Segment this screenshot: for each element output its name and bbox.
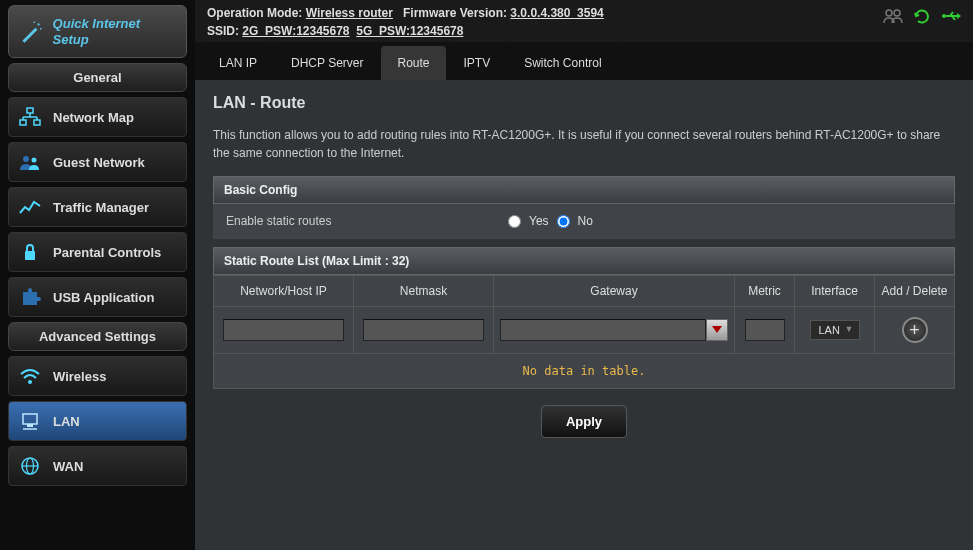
op-mode-value[interactable]: Wireless router <box>306 6 393 20</box>
apply-button[interactable]: Apply <box>541 405 627 438</box>
tab-lan-ip[interactable]: LAN IP <box>203 46 273 80</box>
wand-icon <box>17 18 45 46</box>
traffic-manager-icon <box>17 196 43 218</box>
topbar: Operation Mode: Wireless router Firmware… <box>195 0 973 42</box>
sidebar-label: Network Map <box>53 110 134 125</box>
quick-internet-setup[interactable]: Quick Internet Setup <box>8 5 187 58</box>
svg-point-21 <box>894 10 900 16</box>
no-label: No <box>578 214 593 228</box>
svg-point-2 <box>40 27 42 29</box>
enable-static-routes-label: Enable static routes <box>226 214 506 228</box>
sidebar-label: USB Application <box>53 290 154 305</box>
yes-label: Yes <box>529 214 549 228</box>
empty-table-message: No data in table. <box>213 354 955 389</box>
chevron-down-icon <box>712 326 722 334</box>
svg-point-13 <box>28 380 32 384</box>
sidebar-item-wireless[interactable]: Wireless <box>8 356 187 396</box>
tab-switch-control[interactable]: Switch Control <box>508 46 617 80</box>
wifi-icon <box>17 365 43 387</box>
sidebar-item-network-map[interactable]: Network Map <box>8 97 187 137</box>
sidebar-item-parental-controls[interactable]: Parental Controls <box>8 232 187 272</box>
users-icon[interactable] <box>883 8 903 27</box>
usb-icon[interactable] <box>941 9 961 26</box>
interface-select[interactable]: LAN <box>810 320 860 340</box>
svg-point-11 <box>32 158 37 163</box>
sidebar-item-lan[interactable]: LAN <box>8 401 187 441</box>
svg-rect-12 <box>25 251 35 260</box>
sidebar-label: Guest Network <box>53 155 145 170</box>
col-network: Network/Host IP <box>214 276 354 307</box>
tab-iptv[interactable]: IPTV <box>448 46 507 80</box>
netmask-input[interactable] <box>363 319 484 341</box>
sidebar-label: Wireless <box>53 369 106 384</box>
col-netmask: Netmask <box>354 276 494 307</box>
sidebar-item-guest-network[interactable]: Guest Network <box>8 142 187 182</box>
ssid-label: SSID: <box>207 24 239 38</box>
svg-rect-5 <box>34 120 40 125</box>
svg-rect-14 <box>23 414 37 424</box>
svg-marker-26 <box>957 13 961 19</box>
col-action: Add / Delete <box>875 276 955 307</box>
ssid-2g[interactable]: 2G_PSW:12345678 <box>242 24 349 38</box>
sidebar-label: LAN <box>53 414 80 429</box>
svg-point-20 <box>886 10 892 16</box>
tab-route[interactable]: Route <box>381 46 445 80</box>
svg-point-1 <box>33 21 35 23</box>
sidebar-item-wan[interactable]: WAN <box>8 446 187 486</box>
metric-input[interactable] <box>745 319 785 341</box>
tab-dhcp-server[interactable]: DHCP Server <box>275 46 379 80</box>
gateway-input[interactable] <box>500 319 706 341</box>
svg-rect-15 <box>27 424 33 427</box>
puzzle-icon <box>17 286 43 308</box>
table-row: LAN + <box>214 307 955 354</box>
section-advanced-header: Advanced Settings <box>8 322 187 351</box>
route-list-header: Static Route List (Max Limit : 32) <box>213 247 955 275</box>
sidebar-label: Parental Controls <box>53 245 161 260</box>
sidebar-label: WAN <box>53 459 83 474</box>
fw-value[interactable]: 3.0.0.4.380_3594 <box>510 6 603 20</box>
quick-setup-label: Quick Internet Setup <box>53 16 178 47</box>
lan-icon <box>17 410 43 432</box>
op-mode-label: Operation Mode: <box>207 6 302 20</box>
sidebar-item-traffic-manager[interactable]: Traffic Manager <box>8 187 187 227</box>
lock-icon <box>17 241 43 263</box>
gateway-dropdown-button[interactable] <box>706 319 728 341</box>
svg-point-10 <box>23 156 29 162</box>
enable-static-routes-no[interactable] <box>557 215 570 228</box>
guest-network-icon <box>17 151 43 173</box>
basic-config-header: Basic Config <box>213 176 955 204</box>
refresh-icon[interactable] <box>913 8 931 27</box>
svg-point-0 <box>37 23 39 25</box>
route-table: Network/Host IP Netmask Gateway Metric I… <box>213 275 955 354</box>
add-route-button[interactable]: + <box>902 317 928 343</box>
fw-label: Firmware Version: <box>403 6 507 20</box>
page-title: LAN - Route <box>213 94 955 112</box>
sidebar-item-usb-application[interactable]: USB Application <box>8 277 187 317</box>
col-gateway: Gateway <box>494 276 735 307</box>
network-map-icon <box>17 106 43 128</box>
enable-static-routes-yes[interactable] <box>508 215 521 228</box>
svg-marker-27 <box>712 326 722 333</box>
col-metric: Metric <box>735 276 795 307</box>
tabs: LAN IP DHCP Server Route IPTV Switch Con… <box>195 42 973 80</box>
section-general-header: General <box>8 63 187 92</box>
svg-rect-4 <box>20 120 26 125</box>
col-interface: Interface <box>795 276 875 307</box>
page-description: This function allows you to add routing … <box>213 126 955 162</box>
globe-icon <box>17 455 43 477</box>
ssid-5g[interactable]: 5G_PSW:12345678 <box>356 24 463 38</box>
svg-rect-3 <box>27 108 33 113</box>
sidebar-label: Traffic Manager <box>53 200 149 215</box>
network-input[interactable] <box>223 319 344 341</box>
svg-point-22 <box>942 14 946 18</box>
